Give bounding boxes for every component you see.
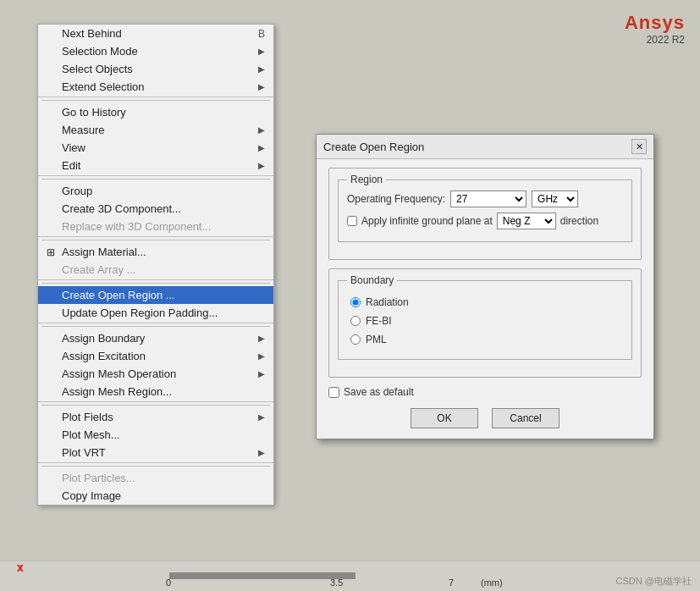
menu-item-replace-with-3d-component: Replace with 3D Component... [38, 218, 273, 237]
radiation-radio[interactable] [350, 297, 361, 307]
boundary-legend: Boundary [347, 274, 397, 286]
menu-item-assign-mesh-region[interactable]: Assign Mesh Region... [38, 383, 273, 402]
dialog-close-button[interactable]: ✕ [631, 139, 647, 154]
menu-label-plot-mesh: Plot Mesh... [62, 428, 120, 441]
radiation-label: Radiation [366, 296, 409, 308]
menu-label-extend-selection: Extend Selection [62, 80, 145, 93]
divider-after-replace-with-3d-component [41, 240, 270, 240]
direction-select[interactable]: Neg Z Pos Z Neg X Pos X Neg Y Pos Y [497, 213, 556, 229]
divider-after-edit [41, 179, 270, 180]
menu-label-create-3d-component: Create 3D Component... [62, 202, 181, 215]
menu-label-selection-mode: Selection Mode [62, 45, 138, 58]
boundary-radio-group: Radiation FE-BI PML [347, 291, 623, 351]
febi-label: FE-BI [366, 315, 392, 327]
save-default-row: Save as default [328, 386, 642, 398]
save-default-label: Save as default [344, 386, 414, 398]
ground-plane-checkbox[interactable] [347, 216, 357, 226]
freq-unit-select[interactable]: GHz MHz KHz Hz [532, 191, 578, 207]
menu-label-create-array: Create Array ... [62, 263, 135, 276]
region-fieldset: Region Operating Frequency: 27 GHz MHz K… [328, 168, 642, 260]
menu-arrow-plot-vrt: ▶ [258, 448, 265, 457]
menu-arrow-assign-excitation: ▶ [258, 351, 265, 361]
menu-item-assign-boundary[interactable]: Assign Boundary▶ [38, 329, 273, 347]
menu-label-measure: Measure [62, 124, 105, 136]
ruler-label-35: 3.5 [330, 577, 343, 588]
menu-shortcut-next-behind: B [258, 28, 265, 40]
menu-label-group: Group [62, 185, 92, 197]
menu-arrow-measure: ▶ [258, 125, 265, 135]
menu-label-replace-with-3d-component: Replace with 3D Component... [62, 220, 211, 233]
menu-label-assign-mesh-operation: Assign Mesh Operation [62, 367, 176, 380]
menu-arrow-edit: ▶ [258, 161, 265, 170]
divider-after-extend-selection [41, 100, 270, 101]
region-legend: Region [347, 174, 386, 185]
ansys-title: Ansys [625, 12, 685, 34]
menu-label-create-open-region: Create Open Region ... [62, 289, 175, 301]
ruler-line [169, 572, 356, 579]
menu-label-assign-boundary: Assign Boundary [62, 332, 145, 345]
menu-item-create-3d-component[interactable]: Create 3D Component... [38, 200, 273, 218]
ruler-label-7: 7 [449, 577, 454, 588]
menu-label-go-to-history: Go to History [62, 106, 126, 119]
menu-item-measure[interactable]: Measure▶ [38, 121, 273, 139]
menu-arrow-select-objects: ▶ [258, 64, 265, 74]
menu-item-select-objects[interactable]: Select Objects▶ [38, 60, 273, 78]
menu-item-update-open-region-padding[interactable]: Update Open Region Padding... [38, 304, 273, 323]
menu-label-plot-particles: Plot Particles... [62, 472, 135, 484]
ruler-label-0: 0 [166, 577, 171, 588]
ansys-version: 2022 R2 [625, 34, 685, 46]
menu-item-next-behind[interactable]: Next BehindB [38, 25, 273, 42]
menu-item-go-to-history[interactable]: Go to History [38, 103, 273, 121]
divider-after-update-open-region-padding [41, 326, 270, 327]
menu-item-extend-selection[interactable]: Extend Selection▶ [38, 78, 273, 97]
menu-arrow-plot-fields: ▶ [258, 412, 265, 422]
ground-plane-label: Apply infinite ground plane at [361, 215, 493, 227]
menu-item-edit[interactable]: Edit▶ [38, 157, 273, 176]
menu-arrow-view: ▶ [258, 143, 265, 152]
boundary-fieldset: Boundary Radiation FE-BI PML [328, 268, 642, 378]
menu-item-assign-material[interactable]: ⊞Assign Material... [38, 243, 273, 261]
menu-item-create-open-region[interactable]: Create Open Region ... [38, 286, 273, 304]
menu-item-assign-excitation[interactable]: Assign Excitation▶ [38, 347, 273, 365]
menu-item-plot-fields[interactable]: Plot Fields▶ [38, 408, 273, 426]
menu-arrow-assign-mesh-operation: ▶ [258, 369, 265, 378]
divider-after-create-array [41, 283, 270, 284]
cancel-button[interactable]: Cancel [492, 408, 559, 428]
menu-item-assign-mesh-operation[interactable]: Assign Mesh Operation▶ [38, 365, 273, 383]
dialog-body: Region Operating Frequency: 27 GHz MHz K… [317, 159, 653, 439]
menu-item-plot-vrt[interactable]: Plot VRT▶ [38, 444, 273, 463]
menu-label-copy-image: Copy Image [62, 489, 121, 502]
menu-item-group[interactable]: Group [38, 182, 273, 200]
febi-radio[interactable] [350, 316, 361, 326]
create-open-region-dialog: Create Open Region ✕ Region Operating Fr… [316, 134, 654, 439]
csdn-watermark: CSDN @电磁学社 [616, 575, 692, 588]
menu-item-view[interactable]: View▶ [38, 139, 273, 157]
menu-label-plot-vrt: Plot VRT [62, 446, 106, 459]
ruler-unit: (mm) [481, 577, 503, 588]
menu-arrow-assign-boundary: ▶ [258, 334, 265, 343]
menu-item-plot-particles: Plot Particles... [38, 469, 273, 487]
divider-after-assign-mesh-region [41, 405, 270, 406]
menu-icon-assign-material: ⊞ [43, 245, 58, 260]
radiation-radio-row: Radiation [350, 296, 620, 308]
menu-item-selection-mode[interactable]: Selection Mode▶ [38, 42, 273, 60]
febi-radio-row: FE-BI [350, 315, 620, 327]
pml-radio[interactable] [350, 334, 361, 345]
op-freq-label: Operating Frequency: [347, 193, 445, 205]
menu-arrow-extend-selection: ▶ [258, 82, 265, 91]
menu-item-copy-image[interactable]: Copy Image [38, 487, 273, 505]
menu-label-next-behind: Next Behind [62, 27, 122, 40]
menu-item-plot-mesh[interactable]: Plot Mesh... [38, 426, 273, 444]
direction-label: direction [560, 215, 598, 227]
menu-label-select-objects: Select Objects [62, 63, 133, 75]
ansys-branding: Ansys 2022 R2 [625, 12, 685, 46]
menu-label-view: View [62, 141, 85, 154]
save-default-checkbox[interactable] [328, 387, 339, 398]
dialog-titlebar: Create Open Region ✕ [317, 135, 653, 159]
ruler-bar: x 0 3.5 7 (mm) [0, 561, 700, 591]
op-freq-input[interactable]: 27 [450, 191, 526, 207]
ok-button[interactable]: OK [411, 408, 478, 428]
menu-label-edit: Edit [62, 159, 80, 172]
ground-plane-row: Apply infinite ground plane at Neg Z Pos… [347, 213, 623, 229]
operating-frequency-row: Operating Frequency: 27 GHz MHz KHz Hz [347, 191, 623, 207]
